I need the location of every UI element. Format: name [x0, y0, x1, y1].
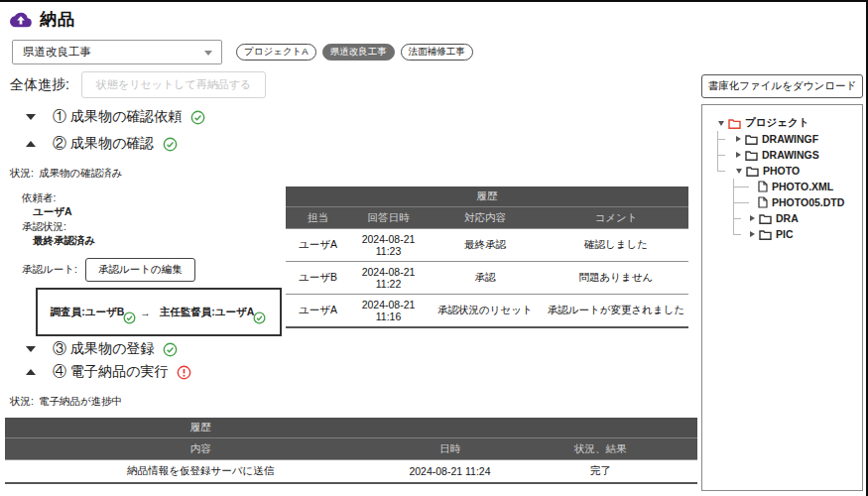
file-icon	[758, 181, 768, 192]
route-second-approver: 主任監督員:ユーザA	[160, 306, 255, 319]
tree-connector-line	[733, 234, 741, 235]
approval-route-box: 調査員:ユーザB → 主任監督員:ユーザA	[36, 288, 282, 336]
step-2-header[interactable]: ② 成果物の確認	[26, 135, 178, 153]
tree-connector-line	[733, 218, 741, 219]
folder-icon	[745, 134, 758, 145]
controls-row: 県道改良工事 プロジェクトA 県道改良工事 法面補修工事	[12, 40, 479, 64]
chevron-right-icon	[750, 215, 755, 221]
file-icon	[758, 196, 768, 208]
success-check-icon	[163, 137, 178, 152]
chevron-down-icon	[718, 121, 724, 126]
route-arrow: →	[140, 307, 151, 318]
tree-item-label: PIC	[776, 228, 794, 240]
page-title: 納品	[40, 8, 75, 31]
chevron-right-icon	[750, 231, 755, 237]
tree-connector-line	[717, 131, 718, 171]
delivery-status-line: 状況: 電子納品が進捗中	[10, 394, 122, 408]
table-caption-row: 履歴	[5, 418, 697, 438]
download-archive-button[interactable]: 書庫化ファイルをダウンロード	[701, 74, 863, 98]
confirm-status-line: 状況: 成果物の確認済み	[10, 166, 122, 180]
tree-connector-line	[733, 186, 749, 187]
cell: 承認	[427, 262, 544, 295]
tree-item-label: PHOTO.XML	[772, 181, 833, 192]
column-header: 内容	[5, 438, 396, 460]
column-header: 回答日時	[350, 207, 427, 229]
pill-project-a[interactable]: プロジェクトA	[236, 44, 316, 61]
table-caption-row: 履歴	[286, 186, 688, 207]
step-1-title: ① 成果物の確認依頼	[53, 108, 182, 126]
table-caption: 履歴	[286, 186, 688, 207]
tree-item-label: DRAWINGF	[762, 133, 818, 145]
folder-icon	[746, 166, 759, 177]
app-root: 納品 県道改良工事 プロジェクトA 県道改良工事 法面補修工事 全体進捗: 状態…	[0, 0, 868, 496]
column-header: コメント	[544, 207, 688, 229]
cell: 承認状況のリセット	[427, 295, 544, 328]
status-value: 成果物の確認済み	[39, 166, 123, 180]
table-caption-filler	[396, 418, 503, 438]
requester-field: 依頼者: ユーザA	[22, 190, 72, 218]
requester-value: ユーザA	[22, 204, 72, 218]
cell: 納品情報を仮登録サーバに送信	[5, 460, 396, 484]
step-4-header[interactable]: ④ 電子納品の実行	[26, 363, 191, 381]
chevron-right-icon	[736, 136, 741, 142]
folder-icon	[745, 150, 758, 161]
overall-progress-label: 全体進捗:	[10, 76, 69, 94]
requester-label: 依頼者:	[22, 190, 72, 204]
page-header: 納品	[10, 8, 75, 31]
status-value: 電子納品が進捗中	[39, 394, 122, 408]
tree-item-label: PHOTO05.DTD	[772, 196, 844, 208]
table-header-row: 内容 日時 状況、結果	[5, 438, 697, 460]
delivery-history-table: 履歴 内容 日時 状況、結果 納品情報を仮登録サーバに送信 2024-08-21…	[5, 418, 697, 484]
tree-connector-line	[733, 202, 749, 203]
cell: 最終承認	[427, 229, 544, 262]
table-caption-filler	[504, 418, 697, 438]
step-3-header[interactable]: ③ 成果物の登録	[26, 340, 178, 358]
tree-item-drawings[interactable]: DRAWINGS	[710, 147, 862, 163]
chevron-up-icon	[26, 369, 36, 375]
cell: ユーザA	[286, 229, 350, 262]
status-label: 状況:	[10, 166, 34, 180]
table-row: ユーザA 2024-08-21 11:23 最終承認 確認しました	[286, 229, 688, 262]
cell: 承認ルートが変更されました	[544, 295, 688, 328]
chevron-up-icon	[26, 141, 36, 147]
edit-approval-route-button[interactable]: 承認ルートの編集	[85, 258, 195, 282]
table-row: 納品情報を仮登録サーバに送信 2024-08-21 11:24 完了	[5, 460, 697, 484]
column-header: 対応内容	[427, 207, 544, 229]
approval-status-label: 承認状況:	[22, 219, 95, 233]
tree-item-drawingf[interactable]: DRAWINGF	[710, 131, 862, 147]
step-1-header[interactable]: ① 成果物の確認依頼	[26, 108, 205, 126]
cell: ユーザA	[286, 295, 350, 328]
approval-route-label: 承認ルート:	[22, 263, 77, 277]
pill-norimen-hoshu[interactable]: 法面補修工事	[401, 44, 473, 61]
overall-progress-row: 全体進捗: 状態をリセットして再納品する	[10, 71, 266, 98]
success-check-icon	[190, 110, 205, 125]
cell: 確認しました	[544, 229, 688, 262]
cell: 2024-08-21 11:22	[350, 262, 427, 295]
step-3-title: ③ 成果物の登録	[53, 340, 154, 358]
success-check-icon	[253, 311, 266, 324]
project-select-value: 県道改良工事	[23, 45, 91, 60]
cell: ユーザB	[286, 262, 350, 295]
column-header: 日時	[396, 438, 503, 460]
reset-redeliver-button[interactable]: 状態をリセットして再納品する	[81, 71, 266, 98]
folder-icon	[728, 118, 741, 129]
chevron-right-icon	[736, 152, 741, 158]
table-caption: 履歴	[5, 418, 396, 438]
column-header: 状況、結果	[504, 438, 697, 460]
file-tree-panel: プロジェクト DRAWINGF DRAWINGS PHOTO	[701, 104, 863, 491]
alert-exclamation-icon	[177, 365, 191, 380]
chevron-down-icon	[736, 169, 742, 174]
approval-history-table: 履歴 担当 回答日時 対応内容 コメント ユーザA 2024-08-21 11:…	[286, 186, 688, 328]
project-select[interactable]: 県道改良工事	[12, 40, 222, 64]
tree-connector-line	[717, 171, 725, 172]
pill-kendo-kairyo[interactable]: 県道改良工事	[322, 44, 395, 61]
tree-item-project-root[interactable]: プロジェクト	[710, 115, 862, 131]
tree-item-photo[interactable]: PHOTO	[710, 163, 862, 179]
cell: 2024-08-21 11:16	[350, 295, 427, 328]
chevron-down-icon	[26, 114, 36, 120]
tree-item-label: PHOTO	[763, 165, 800, 177]
approval-route-row: 承認ルート: 承認ルートの編集	[22, 258, 195, 282]
table-header-row: 担当 回答日時 対応内容 コメント	[286, 207, 688, 229]
cell: 2024-08-21 11:24	[396, 460, 503, 484]
status-label: 状況:	[10, 394, 34, 408]
